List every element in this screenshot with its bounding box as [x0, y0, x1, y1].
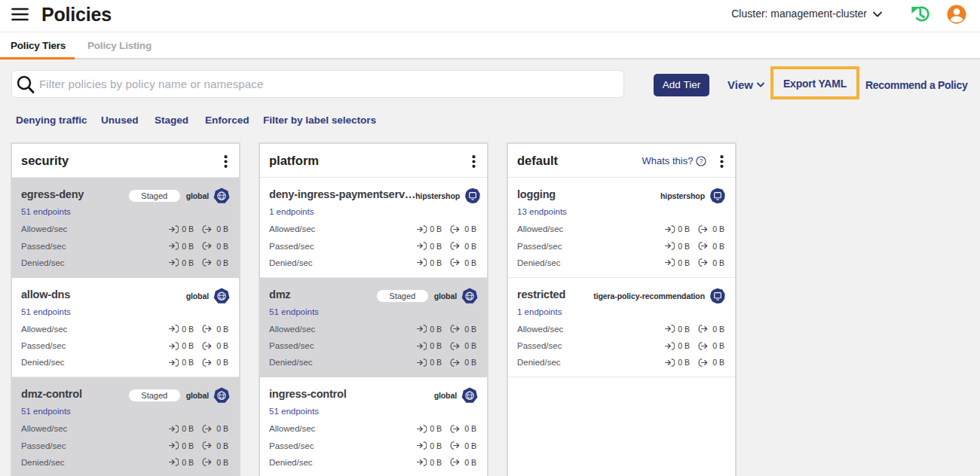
- svg-text:?: ?: [700, 157, 703, 164]
